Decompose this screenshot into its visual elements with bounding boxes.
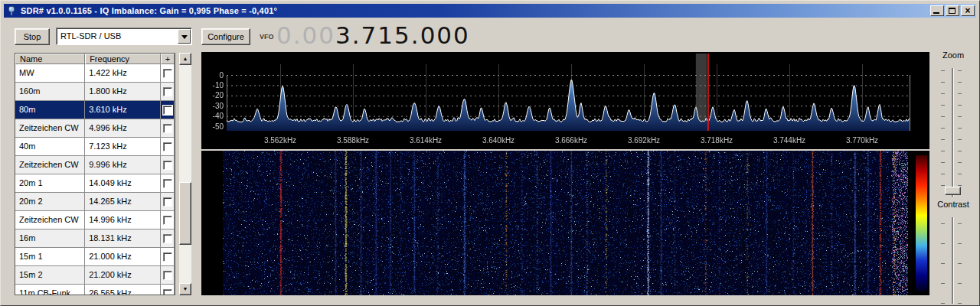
row-frequency-cell[interactable]: 3.610 kHz <box>85 101 161 119</box>
row-name-cell[interactable]: 20m 2 <box>15 193 85 211</box>
title-bar[interactable]: SDR# v1.0.0.1165 - IQ Imbalance: Gain = … <box>4 4 976 18</box>
row-frequency-cell[interactable]: 1.422 kHz <box>85 64 161 83</box>
row-frequency-cell[interactable]: 4.996 kHz <box>85 119 161 138</box>
row-checkbox[interactable] <box>163 197 172 207</box>
spectrum-display[interactable] <box>201 52 929 149</box>
table-row[interactable]: 80m 3.610 kHz <box>15 101 175 119</box>
row-checkbox[interactable] <box>163 69 172 78</box>
row-frequency-cell[interactable]: 21.000 kHz <box>85 248 161 266</box>
row-name-cell[interactable]: Zeitzeichen CW <box>15 211 85 230</box>
minimize-button[interactable] <box>930 5 944 16</box>
row-checkbox-cell[interactable] <box>161 83 175 101</box>
table-row[interactable]: Zeitzeichen CW 9.996 kHz <box>15 156 175 174</box>
row-name-cell[interactable]: Zeitzeichen CW <box>15 119 85 138</box>
slider-tick <box>941 243 945 244</box>
zoom-slider-thumb[interactable] <box>945 187 961 195</box>
contrast-slider-track[interactable] <box>952 217 954 304</box>
row-frequency-cell[interactable]: 14.049 kHz <box>85 174 161 193</box>
device-select[interactable]: RTL-SDR / USB <box>56 28 192 45</box>
row-frequency-cell[interactable]: 14.265 kHz <box>85 193 161 211</box>
row-frequency-cell[interactable]: 26.565 kHz <box>85 285 161 295</box>
row-name-cell[interactable]: Zeitzeichen CW <box>15 156 85 174</box>
row-checkbox[interactable] <box>163 87 172 96</box>
close-button[interactable]: × <box>961 5 975 16</box>
slider-tick <box>958 185 962 186</box>
row-checkbox-cell[interactable] <box>161 138 175 156</box>
row-frequency-cell[interactable]: 14.996 kHz <box>85 211 161 230</box>
row-checkbox-cell[interactable] <box>161 119 175 138</box>
device-select-value: RTL-SDR / USB <box>60 31 121 41</box>
slider-tick <box>958 303 962 304</box>
table-row[interactable]: 160m 1.800 kHz <box>15 83 175 101</box>
row-checkbox-cell[interactable] <box>161 64 175 83</box>
table-row[interactable]: 15m 2 21.200 kHz <box>15 266 175 285</box>
chevron-down-icon <box>181 35 188 39</box>
vfo-frequency-leading-zeros[interactable]: 0.00 <box>276 21 335 49</box>
slider-tick <box>958 151 962 151</box>
stop-button[interactable]: Stop <box>15 28 50 45</box>
row-name-cell[interactable]: 40m <box>15 138 85 156</box>
row-checkbox-cell[interactable] <box>161 211 175 230</box>
row-checkbox-cell[interactable] <box>161 266 175 285</box>
row-name-cell[interactable]: MW <box>15 64 85 83</box>
row-frequency-cell[interactable]: 21.200 kHz <box>85 266 161 285</box>
row-frequency-cell[interactable]: 7.123 kHz <box>85 138 161 156</box>
arrow-down-icon: ▼ <box>183 286 188 291</box>
row-checkbox[interactable] <box>163 216 172 225</box>
row-frequency-cell[interactable]: 1.800 kHz <box>85 83 161 101</box>
row-frequency-cell[interactable]: 9.996 kHz <box>85 156 161 174</box>
zoom-slider-track[interactable] <box>952 68 954 197</box>
scrollbar-thumb[interactable] <box>179 182 191 245</box>
table-row[interactable]: 20m 2 14.265 kHz <box>15 193 175 211</box>
table-row[interactable]: 20m 1 14.049 kHz <box>15 174 175 193</box>
row-checkbox-cell[interactable] <box>161 174 175 193</box>
row-checkbox[interactable] <box>163 252 172 262</box>
row-checkbox-cell[interactable] <box>161 193 175 211</box>
row-checkbox[interactable] <box>163 161 172 170</box>
table-row[interactable]: 11m CB-Funk 26.565 kHz <box>15 285 175 295</box>
column-header-frequency[interactable]: Frequency <box>85 54 161 64</box>
table-header-row: Name Frequency + <box>15 54 175 64</box>
row-checkbox-cell[interactable] <box>161 230 175 248</box>
row-name-cell[interactable]: 160m <box>15 83 85 101</box>
column-header-name[interactable]: Name <box>15 54 85 64</box>
device-select-arrow-button[interactable] <box>178 29 191 44</box>
row-name-cell[interactable]: 15m 1 <box>15 248 85 266</box>
zoom-slider-label: Zoom <box>929 50 977 60</box>
configure-button[interactable]: Configure <box>201 28 250 45</box>
column-header-plus[interactable]: + <box>161 54 175 64</box>
table-row[interactable]: MW 1.422 kHz <box>15 64 175 83</box>
row-name-cell[interactable]: 80m <box>15 101 85 119</box>
scroll-up-button[interactable]: ▲ <box>179 53 191 65</box>
row-checkbox[interactable] <box>163 106 172 115</box>
row-name-cell[interactable]: 20m 1 <box>15 174 85 193</box>
row-checkbox[interactable] <box>163 271 172 280</box>
slider-tick <box>941 223 945 224</box>
row-checkbox[interactable] <box>163 142 172 151</box>
table-row[interactable]: Zeitzeichen CW 14.996 kHz <box>15 211 175 230</box>
row-checkbox[interactable] <box>163 234 172 243</box>
row-checkbox[interactable] <box>163 124 172 133</box>
table-scrollbar[interactable]: ▲ ▼ <box>179 53 191 295</box>
vfo-frequency-display[interactable]: 0.003.715.000 <box>276 21 470 47</box>
row-name-cell[interactable]: 16m <box>15 230 85 248</box>
row-checkbox-cell[interactable] <box>161 156 175 174</box>
slider-tick <box>941 185 945 186</box>
row-name-cell[interactable]: 15m 2 <box>15 266 85 285</box>
row-frequency-cell[interactable]: 18.131 kHz <box>85 230 161 248</box>
row-name-cell[interactable]: 11m CB-Funk <box>15 285 85 295</box>
waterfall-display[interactable] <box>201 151 929 295</box>
maximize-button[interactable] <box>946 5 959 16</box>
table-row[interactable]: 15m 1 21.000 kHz <box>15 248 175 266</box>
row-checkbox[interactable] <box>163 289 172 296</box>
row-checkbox-cell[interactable] <box>161 285 175 295</box>
table-row[interactable]: 40m 7.123 kHz <box>15 138 175 156</box>
vfo-frequency-value[interactable]: 3.715.000 <box>335 21 470 49</box>
table-row[interactable]: Zeitzeichen CW 4.996 kHz <box>15 119 175 138</box>
slider-tick <box>958 116 962 117</box>
row-checkbox[interactable] <box>163 179 172 188</box>
scroll-down-button[interactable]: ▼ <box>179 283 191 295</box>
row-checkbox-cell[interactable] <box>161 101 175 119</box>
table-row[interactable]: 16m 18.131 kHz <box>15 230 175 248</box>
row-checkbox-cell[interactable] <box>161 248 175 266</box>
